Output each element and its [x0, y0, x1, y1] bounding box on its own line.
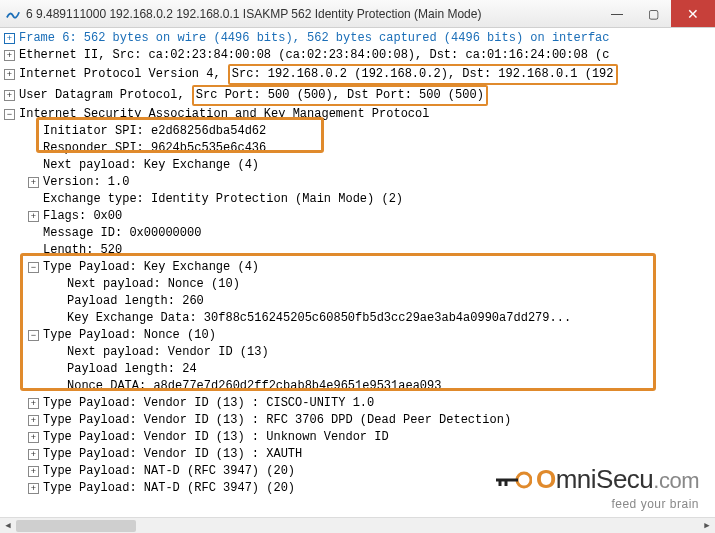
wireshark-icon	[6, 7, 20, 21]
expand-icon[interactable]: +	[4, 90, 15, 101]
vendor-id-row[interactable]: +Type Payload: Vendor ID (13) : Unknown …	[4, 429, 715, 446]
vid1: Type Payload: Vendor ID (13) : CISCO-UNI…	[43, 395, 374, 412]
vid2: Type Payload: Vendor ID (13) : RFC 3706 …	[43, 412, 511, 429]
natd1: Type Payload: NAT-D (RFC 3947) (20)	[43, 463, 295, 480]
frame-summary-row[interactable]: + Frame 6: 562 bytes on wire (4496 bits)…	[4, 30, 715, 47]
isakmp-row[interactable]: − Internet Security Association and Key …	[4, 106, 715, 123]
brand-tagline: feed your brain	[496, 497, 699, 511]
nonce-len-row[interactable]: Payload length: 24	[4, 361, 715, 378]
eth-text: Ethernet II, Src: ca:02:23:84:00:08 (ca:…	[19, 47, 610, 64]
next-payload-row[interactable]: Next payload: Key Exchange (4)	[4, 157, 715, 174]
ke-data-row[interactable]: Key Exchange Data: 30f88c516245205c60850…	[4, 310, 715, 327]
init-spi: Initiator SPI: e2d68256dba54d62	[43, 123, 266, 140]
msgid: Message ID: 0x00000000	[43, 225, 201, 242]
vid3: Type Payload: Vendor ID (13) : Unknown V…	[43, 429, 389, 446]
length-row[interactable]: Length: 520	[4, 242, 715, 259]
ke-len: Payload length: 260	[67, 293, 204, 310]
nonce-data-row[interactable]: Nonce DATA: a8de77e7d260d2ff2cbab8b4e965…	[4, 378, 715, 395]
watermark-logo: OmniSecu.com feed your brain	[496, 464, 699, 511]
ip-row[interactable]: + Internet Protocol Version 4, Src: 192.…	[4, 64, 715, 85]
frame-text: Frame 6: 562 bytes on wire (4496 bits), …	[19, 30, 610, 47]
nonce-head: Type Payload: Nonce (10)	[43, 327, 216, 344]
svg-point-0	[517, 473, 531, 487]
nonce-next-row[interactable]: Next payload: Vendor ID (13)	[4, 344, 715, 361]
expand-icon[interactable]: +	[4, 50, 15, 61]
key-exchange-payload-row[interactable]: −Type Payload: Key Exchange (4)	[4, 259, 715, 276]
ke-len-row[interactable]: Payload length: 260	[4, 293, 715, 310]
scroll-left-button[interactable]: ◀	[0, 518, 16, 534]
udp-row[interactable]: + User Datagram Protocol, Src Port: 500 …	[4, 85, 715, 106]
ethernet-row[interactable]: + Ethernet II, Src: ca:02:23:84:00:08 (c…	[4, 47, 715, 64]
protocol-tree[interactable]: + Frame 6: 562 bytes on wire (4496 bits)…	[0, 28, 715, 499]
vendor-id-row[interactable]: +Type Payload: Vendor ID (13) : RFC 3706…	[4, 412, 715, 429]
ke-next-row[interactable]: Next payload: Nonce (10)	[4, 276, 715, 293]
nonce-payload-row[interactable]: −Type Payload: Nonce (10)	[4, 327, 715, 344]
expand-icon[interactable]: +	[4, 33, 15, 44]
brand-domain: .com	[653, 468, 699, 493]
collapse-icon[interactable]: −	[28, 262, 39, 273]
expand-icon[interactable]: +	[28, 466, 39, 477]
brand-o: O	[536, 464, 556, 494]
expand-icon[interactable]: +	[28, 177, 39, 188]
brand-text: OmniSecu.com	[496, 464, 699, 497]
horizontal-scrollbar[interactable]: ◀ ▶	[0, 517, 715, 533]
ip-highlight: Src: 192.168.0.2 (192.168.0.2), Dst: 192…	[228, 64, 618, 85]
nonce-data: Nonce DATA: a8de77e7d260d2ff2cbab8b4e965…	[67, 378, 441, 395]
responder-spi-row[interactable]: Responder SPI: 9624b5c535e6c436	[4, 140, 715, 157]
vendor-id-row[interactable]: +Type Payload: Vendor ID (13) : XAUTH	[4, 446, 715, 463]
ip-pre: Internet Protocol Version 4,	[19, 66, 228, 83]
window-titlebar: 6 9.489111000 192.168.0.2 192.168.0.1 IS…	[0, 0, 715, 28]
ke-next: Next payload: Nonce (10)	[67, 276, 240, 293]
vid4: Type Payload: Vendor ID (13) : XAUTH	[43, 446, 302, 463]
expand-icon[interactable]: +	[4, 69, 15, 80]
packet-details-pane: + Frame 6: 562 bytes on wire (4496 bits)…	[0, 28, 715, 517]
collapse-icon[interactable]: −	[4, 109, 15, 120]
exchange-type-row[interactable]: Exchange type: Identity Protection (Main…	[4, 191, 715, 208]
expand-icon[interactable]: +	[28, 432, 39, 443]
length: Length: 520	[43, 242, 122, 259]
brand-name: mniSecu	[556, 464, 654, 494]
flags-row[interactable]: +Flags: 0x00	[4, 208, 715, 225]
version-row[interactable]: +Version: 1.0	[4, 174, 715, 191]
minimize-button[interactable]: —	[599, 0, 635, 27]
flags: Flags: 0x00	[43, 208, 122, 225]
maximize-button[interactable]: ▢	[635, 0, 671, 27]
scroll-right-button[interactable]: ▶	[699, 518, 715, 534]
expand-icon[interactable]: +	[28, 415, 39, 426]
udp-pre: User Datagram Protocol,	[19, 87, 192, 104]
expand-icon[interactable]: +	[28, 211, 39, 222]
collapse-icon[interactable]: −	[28, 330, 39, 341]
exch: Exchange type: Identity Protection (Main…	[43, 191, 403, 208]
isakmp-text: Internet Security Association and Key Ma…	[19, 106, 429, 123]
message-id-row[interactable]: Message ID: 0x00000000	[4, 225, 715, 242]
ke-data: Key Exchange Data: 30f88c516245205c60850…	[67, 310, 571, 327]
vendor-id-row[interactable]: +Type Payload: Vendor ID (13) : CISCO-UN…	[4, 395, 715, 412]
expand-icon[interactable]: +	[28, 449, 39, 460]
key-icon	[496, 466, 532, 497]
resp-spi: Responder SPI: 9624b5c535e6c436	[43, 140, 266, 157]
nonce-len: Payload length: 24	[67, 361, 197, 378]
natd2: Type Payload: NAT-D (RFC 3947) (20)	[43, 480, 295, 497]
expand-icon[interactable]: +	[28, 483, 39, 494]
nonce-next: Next payload: Vendor ID (13)	[67, 344, 269, 361]
window-buttons: — ▢ ✕	[599, 0, 715, 27]
scroll-track[interactable]	[16, 518, 699, 533]
version: Version: 1.0	[43, 174, 129, 191]
initiator-spi-row[interactable]: Initiator SPI: e2d68256dba54d62	[4, 123, 715, 140]
next-pl: Next payload: Key Exchange (4)	[43, 157, 259, 174]
expand-icon[interactable]: +	[28, 398, 39, 409]
close-button[interactable]: ✕	[671, 0, 715, 27]
ke-head: Type Payload: Key Exchange (4)	[43, 259, 259, 276]
scroll-thumb[interactable]	[16, 520, 136, 532]
udp-highlight: Src Port: 500 (500), Dst Port: 500 (500)	[192, 85, 488, 106]
window-title: 6 9.489111000 192.168.0.2 192.168.0.1 IS…	[26, 7, 599, 21]
